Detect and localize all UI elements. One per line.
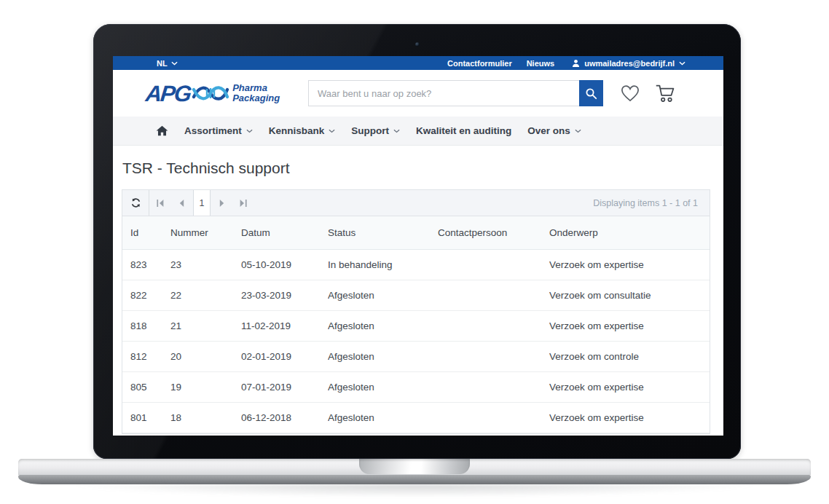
laptop-bezel: NL Contactformulier Nieuws uwmailadres@b…: [93, 24, 741, 459]
col-header-nummer[interactable]: Nummer: [170, 216, 241, 249]
chevron-down-icon: [575, 129, 581, 133]
next-page-icon: [216, 198, 227, 208]
page-content: TSR - Technisch support: [113, 160, 723, 434]
prev-page-button[interactable]: [171, 190, 193, 216]
current-page-indicator[interactable]: 1: [193, 190, 211, 216]
table-row[interactable]: 812 20 02-01-2019 Afgesloten Verzoek om …: [122, 341, 710, 371]
language-label: NL: [157, 59, 168, 68]
col-header-contactpersoon[interactable]: Contactpersoon: [438, 216, 549, 249]
chevron-down-icon: [679, 61, 685, 66]
tsr-grid: 1 Displaying: [122, 189, 710, 434]
page: NL Contactformulier Nieuws uwmailadres@b…: [0, 0, 829, 504]
account-menu[interactable]: uwmailadres@bedrijf.nl: [572, 59, 685, 68]
prev-page-icon: [177, 198, 187, 208]
contact-form-link[interactable]: Contactformulier: [447, 59, 512, 68]
col-header-datum[interactable]: Datum: [241, 216, 328, 249]
nav-item-support[interactable]: Support: [351, 125, 400, 136]
pager-status-text: Displaying items 1 - 1 of 1: [593, 190, 710, 216]
search-icon: [585, 87, 597, 100]
laptop-lid-notch: [359, 459, 470, 474]
page-title: TSR - Technisch support: [122, 160, 710, 177]
search-bar: [308, 80, 603, 106]
logo-acronym: APG: [144, 82, 191, 105]
next-page-button[interactable]: [211, 190, 232, 216]
table-row[interactable]: 818 21 11-02-2019 Afgesloten Verzoek om …: [122, 310, 710, 341]
heart-icon: [620, 84, 640, 103]
utility-topbar: NL Contactformulier Nieuws uwmailadres@b…: [113, 56, 723, 70]
table-header-row: Id Nummer Datum Status Contactpersoon On…: [122, 216, 710, 249]
laptop-reflection: [66, 484, 763, 497]
search-input[interactable]: [308, 80, 579, 106]
grid-pager: 1 Displaying: [122, 190, 710, 216]
shopping-cart-icon: [655, 84, 675, 103]
dna-helix-icon: [192, 82, 229, 105]
webcam-icon: [415, 42, 420, 47]
search-button[interactable]: [579, 80, 603, 106]
nav-item-kwaliteit-en-auditing[interactable]: Kwaliteit en auditing: [416, 125, 511, 136]
company-logo[interactable]: APG Pharma Packaging: [146, 82, 308, 105]
first-page-button[interactable]: [149, 190, 171, 216]
cart-button[interactable]: [655, 84, 675, 103]
person-icon: [572, 59, 580, 68]
chevron-down-icon: [393, 129, 400, 133]
main-navigation: Assortiment Kennisbank Support: [113, 117, 723, 146]
table-row[interactable]: 822 22 23-03-2019 Afgesloten Verzoek om …: [122, 280, 710, 310]
home-icon: [156, 125, 168, 136]
nav-item-over-ons[interactable]: Over ons: [527, 125, 581, 136]
table-row[interactable]: 801 18 06-12-2018 Afgesloten Verzoek om …: [122, 402, 710, 433]
chevron-down-icon: [171, 61, 178, 66]
table-row[interactable]: 823 23 05-10-2019 In behandeling Verzoek…: [122, 249, 710, 280]
col-header-status[interactable]: Status: [328, 216, 438, 249]
nav-item-assortiment[interactable]: Assortiment: [184, 125, 253, 136]
logo-tagline: Pharma Packaging: [232, 83, 280, 104]
chevron-down-icon: [246, 129, 253, 133]
col-header-id[interactable]: Id: [122, 216, 170, 249]
nav-home-button[interactable]: [156, 125, 168, 136]
language-selector[interactable]: NL: [157, 59, 178, 68]
nav-item-kennisbank[interactable]: Kennisbank: [269, 125, 336, 136]
table-row[interactable]: 805 19 07-01-2019 Afgesloten Verzoek om …: [122, 371, 710, 402]
refresh-button[interactable]: [122, 190, 149, 216]
account-email: uwmailadres@bedrijf.nl: [584, 59, 675, 68]
chevron-down-icon: [329, 129, 335, 133]
laptop-screen: NL Contactformulier Nieuws uwmailadres@b…: [113, 56, 723, 436]
refresh-icon: [130, 197, 141, 208]
site-header: APG Pharma Packaging: [113, 70, 723, 117]
last-page-button[interactable]: [232, 190, 254, 216]
laptop-base-edge: [18, 475, 811, 484]
last-page-icon: [238, 198, 248, 208]
wishlist-button[interactable]: [620, 84, 640, 103]
tsr-table: Id Nummer Datum Status Contactpersoon On…: [122, 216, 710, 433]
first-page-icon: [155, 198, 165, 208]
news-link[interactable]: Nieuws: [527, 59, 555, 68]
col-header-onderwerp[interactable]: Onderwerp: [549, 216, 710, 249]
